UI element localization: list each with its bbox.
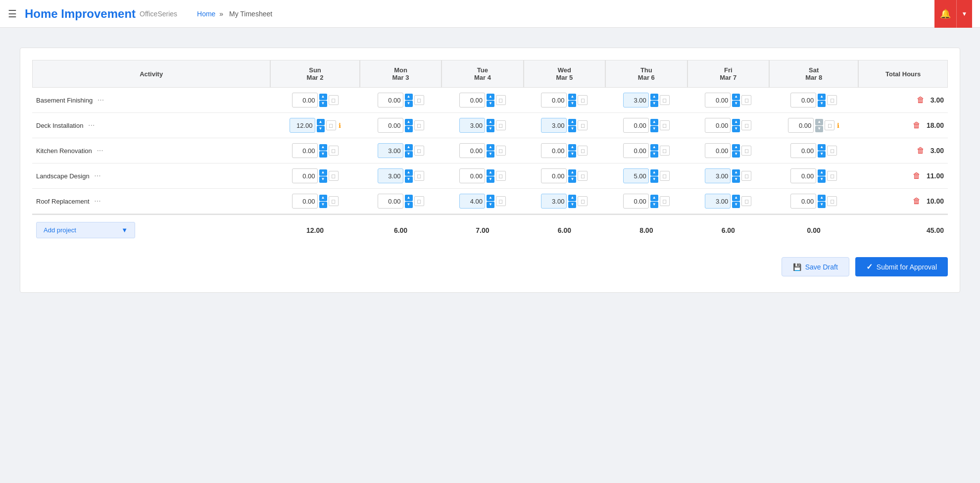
spin-down-thu-row-2[interactable]: ▼ xyxy=(650,151,658,158)
menu-icon[interactable]: ☰ xyxy=(8,8,17,20)
row-menu-dots[interactable]: ··· xyxy=(85,121,98,129)
spin-up-wed-row-3[interactable]: ▲ xyxy=(568,169,576,176)
row-menu-dots[interactable]: ··· xyxy=(95,96,107,104)
thu-hour-input-row-3[interactable] xyxy=(623,168,649,183)
note-btn-thu-row-3[interactable]: ◻ xyxy=(660,171,670,181)
breadcrumb-home[interactable]: Home xyxy=(197,10,215,18)
fri-hour-input-row-0[interactable] xyxy=(705,93,731,107)
spin-up-fri-row-3[interactable]: ▲ xyxy=(732,169,740,176)
sat-hour-input-row-4[interactable] xyxy=(790,194,816,209)
delete-row-button-4[interactable]: 🗑 xyxy=(911,197,923,206)
mon-hour-input-row-4[interactable] xyxy=(378,194,403,209)
thu-hour-input-row-0[interactable] xyxy=(623,93,649,107)
wed-hour-input-row-3[interactable] xyxy=(541,168,567,183)
fri-hour-input-row-1[interactable] xyxy=(705,118,731,133)
note-btn-wed-row-1[interactable]: ◻ xyxy=(578,120,588,130)
note-btn-tue-row-0[interactable]: ◻ xyxy=(496,95,506,105)
spin-down-tue-row-2[interactable]: ▼ xyxy=(487,151,494,158)
save-draft-button[interactable]: 💾 Save Draft xyxy=(782,257,849,276)
spin-down-fri-row-1[interactable]: ▼ xyxy=(732,126,740,132)
spin-down-sat-row-4[interactable]: ▼ xyxy=(818,202,826,208)
note-btn-thu-row-4[interactable]: ◻ xyxy=(660,196,670,206)
tue-hour-input-row-3[interactable] xyxy=(459,168,485,183)
tue-hour-input-row-2[interactable] xyxy=(459,143,485,158)
submit-approval-button[interactable]: ✓ Submit for Approval xyxy=(855,257,948,276)
spin-up-wed-row-4[interactable]: ▲ xyxy=(568,195,576,201)
sun-hour-input-row-4[interactable] xyxy=(292,194,318,209)
note-btn-mon-row-2[interactable]: ◻ xyxy=(414,146,424,156)
spin-down-fri-row-4[interactable]: ▼ xyxy=(732,202,740,208)
spin-down-wed-row-0[interactable]: ▼ xyxy=(568,101,576,107)
note-btn-tue-row-2[interactable]: ◻ xyxy=(496,146,506,156)
spin-up-wed-row-1[interactable]: ▲ xyxy=(568,119,576,125)
note-btn-thu-row-2[interactable]: ◻ xyxy=(660,146,670,156)
note-btn-sun-row-4[interactable]: ◻ xyxy=(329,196,339,206)
note-btn-mon-row-0[interactable]: ◻ xyxy=(414,95,424,105)
note-btn-tue-row-1[interactable]: ◻ xyxy=(496,120,506,130)
tue-hour-input-row-1[interactable] xyxy=(459,118,485,133)
delete-row-button-2[interactable]: 🗑 xyxy=(915,146,927,155)
spin-up-wed-row-2[interactable]: ▲ xyxy=(568,144,576,151)
wed-hour-input-row-1[interactable] xyxy=(541,118,567,133)
spin-down-wed-row-4[interactable]: ▼ xyxy=(568,202,576,208)
spin-down-sat-row-1[interactable]: ▼ xyxy=(815,126,823,132)
tue-hour-input-row-4[interactable] xyxy=(459,194,485,209)
spin-up-fri-row-2[interactable]: ▲ xyxy=(732,144,740,151)
tue-hour-input-row-0[interactable] xyxy=(459,93,485,107)
delete-row-button-3[interactable]: 🗑 xyxy=(911,171,923,180)
spin-down-thu-row-3[interactable]: ▼ xyxy=(650,176,658,183)
wed-hour-input-row-4[interactable] xyxy=(541,194,567,209)
add-project-button[interactable]: Add project ▼ xyxy=(36,222,135,238)
spin-down-tue-row-4[interactable]: ▼ xyxy=(487,202,494,208)
spin-up-sat-row-2[interactable]: ▲ xyxy=(818,144,826,151)
spin-up-thu-row-4[interactable]: ▲ xyxy=(650,195,658,201)
spin-down-thu-row-4[interactable]: ▼ xyxy=(650,202,658,208)
spin-down-sun-row-1[interactable]: ▼ xyxy=(317,126,325,132)
note-btn-tue-row-3[interactable]: ◻ xyxy=(496,171,506,181)
note-btn-thu-row-1[interactable]: ◻ xyxy=(660,120,670,130)
row-menu-dots[interactable]: ··· xyxy=(91,197,103,205)
note-btn-wed-row-3[interactable]: ◻ xyxy=(578,171,588,181)
fri-hour-input-row-2[interactable] xyxy=(705,143,731,158)
sat-hour-input-row-1[interactable] xyxy=(788,118,814,133)
note-btn-mon-row-3[interactable]: ◻ xyxy=(414,171,424,181)
delete-row-button-1[interactable]: 🗑 xyxy=(911,121,923,130)
thu-hour-input-row-4[interactable] xyxy=(623,194,649,209)
spin-up-fri-row-1[interactable]: ▲ xyxy=(732,119,740,125)
note-btn-wed-row-4[interactable]: ◻ xyxy=(578,196,588,206)
mon-hour-input-row-3[interactable] xyxy=(378,168,403,183)
spin-up-sun-row-0[interactable]: ▲ xyxy=(319,94,327,100)
spin-up-thu-row-3[interactable]: ▲ xyxy=(650,169,658,176)
spin-up-sun-row-1[interactable]: ▲ xyxy=(317,119,325,125)
note-btn-tue-row-4[interactable]: ◻ xyxy=(496,196,506,206)
spin-down-mon-row-0[interactable]: ▼ xyxy=(405,101,413,107)
spin-down-mon-row-2[interactable]: ▼ xyxy=(405,151,413,158)
note-btn-wed-row-0[interactable]: ◻ xyxy=(578,95,588,105)
notification-bell-button[interactable]: 🔔 xyxy=(934,0,956,28)
note-btn-sun-row-3[interactable]: ◻ xyxy=(329,171,339,181)
spin-up-mon-row-4[interactable]: ▲ xyxy=(405,195,413,201)
spin-down-sat-row-0[interactable]: ▼ xyxy=(818,101,826,107)
spin-up-mon-row-0[interactable]: ▲ xyxy=(405,94,413,100)
spin-down-fri-row-2[interactable]: ▼ xyxy=(732,151,740,158)
spin-up-fri-row-0[interactable]: ▲ xyxy=(732,94,740,100)
note-btn-fri-row-3[interactable]: ◻ xyxy=(741,171,751,181)
spin-down-mon-row-1[interactable]: ▼ xyxy=(405,126,413,132)
spin-up-fri-row-4[interactable]: ▲ xyxy=(732,195,740,201)
note-btn-sun-row-2[interactable]: ◻ xyxy=(329,146,339,156)
sun-hour-input-row-2[interactable] xyxy=(292,143,318,158)
note-btn-mon-row-1[interactable]: ◻ xyxy=(414,120,424,130)
spin-down-tue-row-0[interactable]: ▼ xyxy=(487,101,494,107)
wed-hour-input-row-0[interactable] xyxy=(541,93,567,107)
note-btn-sat-row-0[interactable]: ◻ xyxy=(827,95,837,105)
spin-up-wed-row-0[interactable]: ▲ xyxy=(568,94,576,100)
spin-up-thu-row-2[interactable]: ▲ xyxy=(650,144,658,151)
note-btn-sat-row-1[interactable]: ◻ xyxy=(825,120,834,130)
sat-hour-input-row-3[interactable] xyxy=(790,168,816,183)
user-dropdown-button[interactable]: ▼ xyxy=(956,0,972,28)
note-btn-sat-row-2[interactable]: ◻ xyxy=(827,146,837,156)
spin-up-sun-row-2[interactable]: ▲ xyxy=(319,144,327,151)
mon-hour-input-row-2[interactable] xyxy=(378,143,403,158)
note-btn-sat-row-4[interactable]: ◻ xyxy=(827,196,837,206)
note-btn-fri-row-0[interactable]: ◻ xyxy=(741,95,751,105)
